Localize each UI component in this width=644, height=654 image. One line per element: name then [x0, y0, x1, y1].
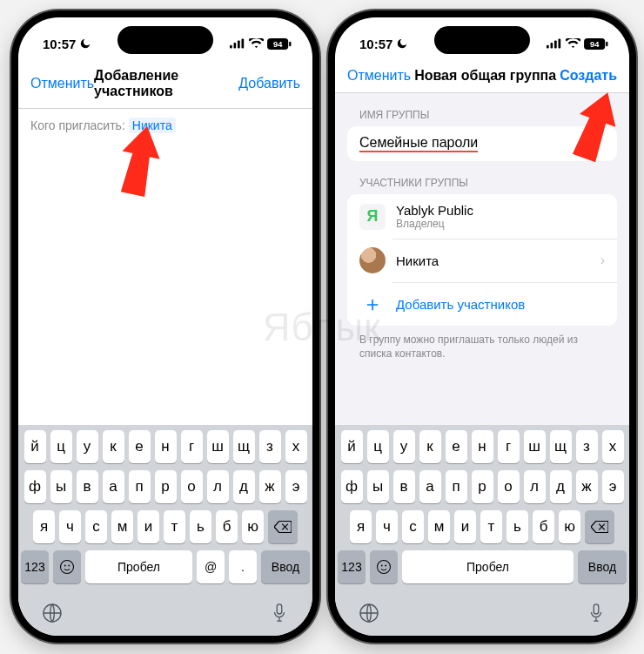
- key-ц[interactable]: ц: [367, 430, 389, 463]
- key-ы[interactable]: ы: [367, 470, 389, 503]
- key-б[interactable]: б: [533, 510, 554, 543]
- key-щ[interactable]: щ: [550, 430, 572, 463]
- key-е[interactable]: е: [446, 430, 467, 463]
- key-з[interactable]: з: [576, 430, 598, 463]
- dot-key[interactable]: .: [229, 550, 257, 583]
- emoji-key[interactable]: [370, 550, 398, 583]
- cancel-button[interactable]: Отменить: [347, 68, 411, 84]
- key-г[interactable]: г: [498, 430, 520, 463]
- member-row[interactable]: Никита ›: [347, 239, 617, 282]
- key-а[interactable]: а: [103, 470, 124, 503]
- keyboard: йцукенгшщзх фывапролджэ ячсмитьбю 123 Пр…: [335, 425, 629, 636]
- key-э[interactable]: э: [602, 470, 624, 503]
- svg-point-7: [61, 561, 74, 574]
- key-д[interactable]: д: [233, 470, 255, 503]
- key-э[interactable]: э: [285, 470, 307, 503]
- key-а[interactable]: а: [419, 470, 441, 503]
- key-ж[interactable]: ж: [259, 470, 281, 503]
- key-й[interactable]: й: [341, 430, 363, 463]
- cancel-button[interactable]: Отменить: [30, 76, 94, 91]
- svg-rect-0: [230, 45, 232, 49]
- key-й[interactable]: й: [24, 430, 46, 463]
- keyboard: йцукенгшщзх фывапролджэ ячсмитьбю 123 Пр…: [18, 425, 312, 636]
- key-ю[interactable]: ю: [242, 510, 264, 543]
- globe-icon[interactable]: [42, 603, 63, 629]
- battery-indicator: 94: [584, 38, 608, 50]
- key-ч[interactable]: ч: [59, 510, 81, 543]
- kb-row-3: ячсмитьбю: [338, 510, 627, 543]
- key-ч[interactable]: ч: [376, 510, 398, 543]
- key-м[interactable]: м: [428, 510, 450, 543]
- add-button[interactable]: Добавить: [238, 76, 300, 91]
- create-button[interactable]: Создать: [560, 68, 617, 84]
- enter-key[interactable]: Ввод: [261, 550, 310, 583]
- mic-icon[interactable]: [270, 603, 289, 629]
- key-щ[interactable]: щ: [233, 430, 255, 463]
- key-р[interactable]: р: [472, 470, 493, 503]
- member-name: Никита: [396, 253, 600, 268]
- key-с[interactable]: с: [402, 510, 424, 543]
- key-о[interactable]: о: [181, 470, 203, 503]
- at-key[interactable]: @: [197, 550, 225, 583]
- key-м[interactable]: м: [111, 510, 133, 543]
- key-х[interactable]: х: [602, 430, 624, 463]
- battery-indicator: 94: [267, 38, 292, 50]
- key-ф[interactable]: ф: [24, 470, 46, 503]
- emoji-key[interactable]: [53, 550, 81, 583]
- key-п[interactable]: п: [446, 470, 467, 503]
- globe-icon[interactable]: [359, 603, 379, 629]
- key-ю[interactable]: ю: [559, 510, 580, 543]
- key-р[interactable]: р: [155, 470, 177, 503]
- svg-rect-23: [594, 604, 599, 614]
- key-л[interactable]: л: [524, 470, 546, 503]
- key-и[interactable]: и: [138, 510, 159, 543]
- key-ф[interactable]: ф: [341, 470, 363, 503]
- key-с[interactable]: с: [85, 510, 107, 543]
- key-п[interactable]: п: [129, 470, 151, 503]
- space-key[interactable]: Пробел: [402, 550, 574, 583]
- key-т[interactable]: т: [480, 510, 502, 543]
- backspace-key[interactable]: [268, 510, 298, 543]
- key-ж[interactable]: ж: [576, 470, 598, 503]
- key-н[interactable]: н: [155, 430, 177, 463]
- numbers-key[interactable]: 123: [21, 550, 49, 583]
- enter-key[interactable]: Ввод: [578, 550, 627, 583]
- space-key[interactable]: Пробел: [85, 550, 192, 583]
- key-ь[interactable]: ь: [190, 510, 211, 543]
- key-г[interactable]: г: [181, 430, 203, 463]
- mic-icon[interactable]: [587, 603, 606, 629]
- key-х[interactable]: х: [285, 430, 307, 463]
- key-з[interactable]: з: [259, 430, 281, 463]
- key-ц[interactable]: ц: [50, 430, 72, 463]
- key-л[interactable]: л: [207, 470, 229, 503]
- key-и[interactable]: и: [454, 510, 476, 543]
- svg-point-8: [64, 565, 66, 567]
- add-members-row[interactable]: ＋ Добавить участников: [347, 282, 617, 326]
- key-я[interactable]: я: [350, 510, 372, 543]
- key-в[interactable]: в: [77, 470, 98, 503]
- key-к[interactable]: к: [419, 430, 441, 463]
- group-name-input[interactable]: Семейные пароли: [359, 135, 478, 152]
- numbers-key[interactable]: 123: [338, 550, 366, 583]
- key-у[interactable]: у: [77, 430, 98, 463]
- key-ы[interactable]: ы: [50, 470, 72, 503]
- phone-screen-right: 10:57 94 Отменить Новая общая группа: [335, 17, 629, 636]
- key-в[interactable]: в: [393, 470, 415, 503]
- backspace-key[interactable]: [585, 510, 614, 543]
- key-у[interactable]: у: [393, 430, 415, 463]
- key-н[interactable]: н: [472, 430, 493, 463]
- key-ш[interactable]: ш: [207, 430, 229, 463]
- signal-icon: [230, 38, 245, 49]
- key-ь[interactable]: ь: [506, 510, 528, 543]
- key-б[interactable]: б: [216, 510, 238, 543]
- key-о[interactable]: о: [498, 470, 520, 503]
- annotation-arrow: [568, 85, 624, 167]
- key-ш[interactable]: ш: [524, 430, 546, 463]
- invite-label: Кого пригласить:: [30, 118, 125, 132]
- key-е[interactable]: е: [129, 430, 151, 463]
- key-к[interactable]: к: [103, 430, 124, 463]
- status-time: 10:57: [359, 37, 392, 51]
- key-т[interactable]: т: [164, 510, 185, 543]
- key-д[interactable]: д: [550, 470, 572, 503]
- key-я[interactable]: я: [33, 510, 55, 543]
